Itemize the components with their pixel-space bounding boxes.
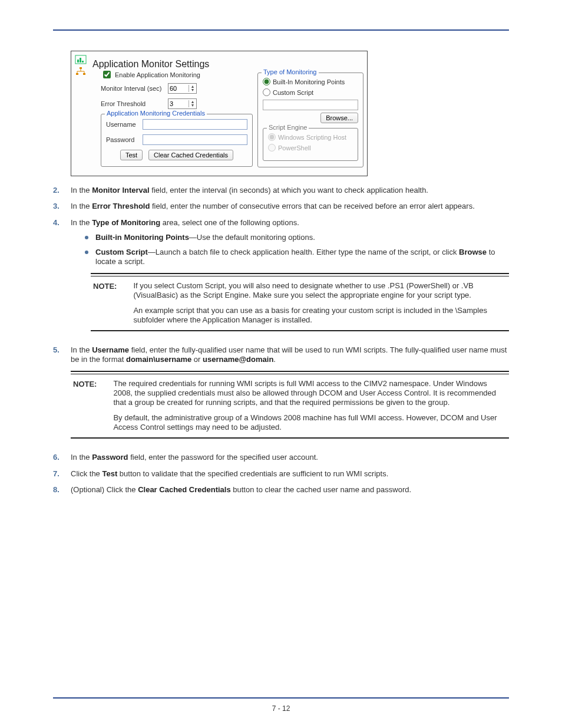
svg-rect-2 (80, 58, 81, 62)
page-footer: 7 - 12 (0, 697, 562, 713)
error-threshold-input[interactable] (168, 100, 189, 108)
radio-custom-label: Custom Script (273, 89, 313, 96)
svg-rect-1 (77, 60, 79, 62)
radio-builtin[interactable]: Built-In Monitoring Points (263, 78, 358, 85)
spinner-arrows-icon[interactable]: ▲▼ (189, 100, 196, 107)
settings-panel: Application Monitor Settings Enable Appl… (71, 51, 368, 176)
svg-rect-3 (82, 61, 84, 62)
username-label: Username (106, 121, 139, 128)
panel-left-column: Enable Application Monitoring Monitor In… (101, 69, 253, 167)
radio-custom-input[interactable] (263, 88, 270, 96)
step-5: 5. In the Username field, enter the full… (53, 345, 509, 446)
svg-rect-4 (80, 67, 82, 69)
step-number: 7. (53, 469, 71, 478)
monitor-interval-input[interactable] (168, 84, 189, 93)
password-label: Password (106, 136, 139, 143)
radio-custom[interactable]: Custom Script (263, 88, 358, 96)
test-button[interactable]: Test (120, 150, 143, 160)
bullet-builtin: Built-in Monitoring Points—Use the defau… (84, 233, 509, 242)
footer-rule (53, 697, 509, 699)
page-number: 7 - 12 (0, 704, 562, 713)
step-number: 3. (53, 202, 71, 210)
monitor-interval-label: Monitor Interval (sec) (101, 85, 164, 92)
credentials-legend: Application Monitoring Credentials (105, 110, 207, 117)
radio-builtin-input[interactable] (263, 78, 270, 85)
step-number: 2. (53, 186, 71, 195)
step-2: 2. In the Monitor Interval field, enter … (53, 186, 509, 195)
enable-monitoring-label: Enable Application Monitoring (115, 71, 200, 78)
radio-powershell: PowerShell (268, 144, 353, 151)
radio-ps-label: PowerShell (278, 144, 311, 151)
monitor-interval-stepper[interactable]: ▲▼ (168, 83, 197, 94)
radio-wsh-input (268, 133, 276, 141)
error-threshold-stepper[interactable]: ▲▼ (168, 98, 197, 109)
panel-right-column: Type of Monitoring Built-In Monitoring P… (257, 69, 363, 167)
clear-credentials-button[interactable]: Clear Cached Credentials (148, 150, 233, 160)
credentials-group: Application Monitoring Credentials Usern… (101, 114, 253, 167)
radio-ps-input (268, 144, 276, 151)
step-number: 5. (53, 345, 71, 446)
browse-button[interactable]: Browse... (320, 113, 358, 123)
step-7: 7. Click the Test button to validate tha… (53, 469, 509, 478)
enable-monitoring-checkbox[interactable] (103, 71, 111, 78)
note-label: NOTE: (93, 281, 117, 324)
script-engine-group: Script Engine Windows Scripting Host Pow… (263, 128, 358, 161)
monitoring-type-legend: Type of Monitoring (262, 68, 319, 75)
page: Application Monitor Settings Enable Appl… (0, 0, 562, 728)
monitoring-type-group: Type of Monitoring Built-In Monitoring P… (257, 73, 363, 167)
note-label: NOTE: (73, 379, 97, 431)
step-6: 6. In the Password field, enter the pass… (53, 453, 509, 462)
step-number: 4. (53, 218, 71, 339)
panel-title: Application Monitor Settings (92, 59, 209, 70)
note-box-2: NOTE: The required credentials for runni… (71, 371, 509, 439)
svg-rect-5 (76, 73, 78, 75)
script-path-field[interactable] (263, 100, 358, 110)
step-3: 3. In the Error Threshold field, enter t… (53, 202, 509, 210)
radio-wsh-label: Windows Scripting Host (278, 134, 346, 141)
step-4-bullets: Built-in Monitoring Points—Use the defau… (84, 233, 509, 266)
top-rule (53, 29, 509, 31)
step-number: 8. (53, 485, 71, 494)
script-engine-legend: Script Engine (267, 124, 309, 131)
step-number: 6. (53, 453, 71, 462)
network-icon (75, 67, 87, 76)
svg-rect-6 (83, 73, 85, 75)
username-field[interactable] (143, 119, 247, 130)
note-text: If you select Custom Script, you will al… (133, 281, 507, 324)
radio-builtin-label: Built-In Monitoring Points (273, 78, 345, 85)
bullet-custom: Custom Script—Launch a batch file to che… (84, 248, 509, 266)
radio-wsh: Windows Scripting Host (268, 133, 353, 141)
note-text: The required credentials for running WMI… (113, 379, 507, 431)
note-box-1: NOTE: If you select Custom Script, you w… (91, 273, 509, 331)
step-8: 8. (Optional) Click the Clear Cached Cre… (53, 485, 509, 494)
step-4: 4. In the Type of Monitoring area, selec… (53, 218, 509, 339)
error-threshold-label: Error Threshold (101, 100, 164, 107)
spinner-arrows-icon[interactable]: ▲▼ (189, 85, 196, 92)
chart-icon (75, 55, 87, 64)
instruction-steps: 2. In the Monitor Interval field, enter … (53, 186, 509, 494)
password-field[interactable] (143, 134, 247, 145)
